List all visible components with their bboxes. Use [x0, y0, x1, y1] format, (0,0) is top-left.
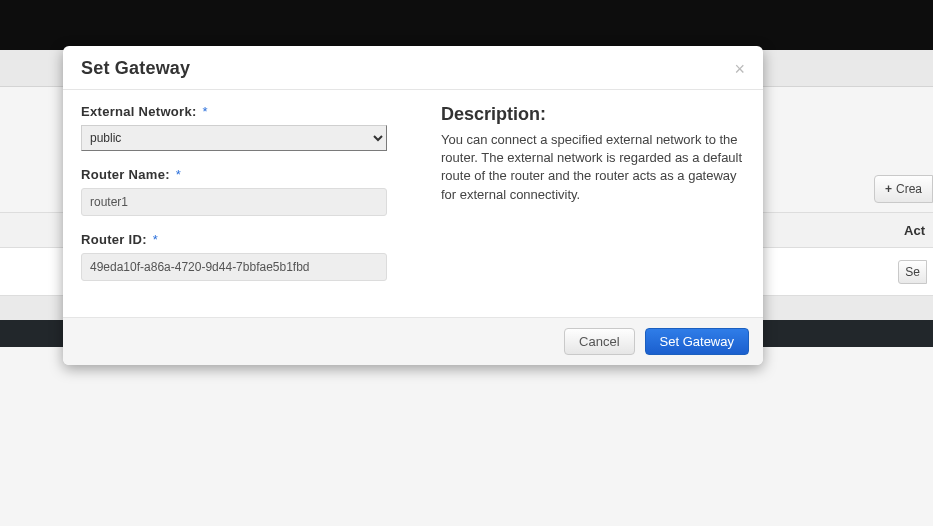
- label-text: Router Name:: [81, 167, 170, 182]
- description-column: Description: You can connect a specified…: [441, 104, 745, 297]
- set-gateway-modal: Set Gateway × External Network: * public…: [63, 46, 763, 365]
- router-id-group: Router ID: *: [81, 232, 387, 281]
- router-name-group: Router Name: *: [81, 167, 387, 216]
- router-name-label: Router Name: *: [81, 167, 181, 182]
- label-text: Router ID:: [81, 232, 147, 247]
- modal-header: Set Gateway ×: [63, 46, 763, 90]
- required-star: *: [203, 104, 208, 119]
- external-network-group: External Network: * public: [81, 104, 387, 151]
- label-text: External Network:: [81, 104, 197, 119]
- set-gateway-button[interactable]: Set Gateway: [645, 328, 749, 355]
- router-id-label: Router ID: *: [81, 232, 158, 247]
- modal-body: External Network: * public Router Name: …: [63, 90, 763, 317]
- cancel-button[interactable]: Cancel: [564, 328, 634, 355]
- external-network-select[interactable]: public: [81, 125, 387, 151]
- close-icon[interactable]: ×: [734, 60, 745, 78]
- description-text: You can connect a specified external net…: [441, 131, 745, 204]
- form-column: External Network: * public Router Name: …: [81, 104, 387, 297]
- modal-footer: Cancel Set Gateway: [63, 317, 763, 365]
- required-star: *: [153, 232, 158, 247]
- description-heading: Description:: [441, 104, 745, 125]
- router-name-input[interactable]: [81, 188, 387, 216]
- external-network-label: External Network: *: [81, 104, 208, 119]
- modal-backdrop: Set Gateway × External Network: * public…: [0, 0, 933, 526]
- router-id-input[interactable]: [81, 253, 387, 281]
- required-star: *: [176, 167, 181, 182]
- modal-title: Set Gateway: [81, 58, 190, 79]
